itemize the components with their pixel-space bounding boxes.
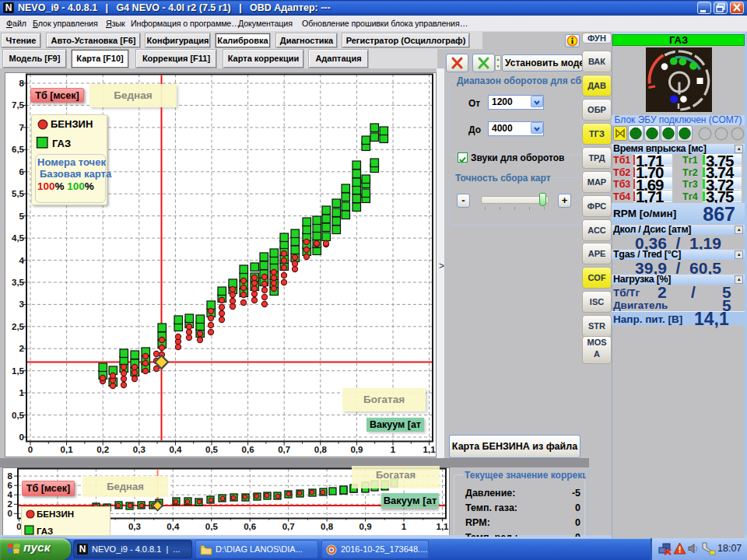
svg-text:2,5: 2,5 [12, 322, 25, 331]
svg-text:1: 1 [391, 445, 396, 454]
svg-text:4: 4 [19, 256, 25, 265]
svg-text:7: 7 [19, 123, 24, 132]
svg-text:6: 6 [19, 167, 24, 177]
svg-text:3,5: 3,5 [12, 278, 25, 287]
svg-text:2: 2 [8, 499, 12, 509]
svg-text:0,9: 0,9 [359, 522, 372, 531]
svg-text:6: 6 [8, 481, 12, 490]
svg-text:0,5: 0,5 [205, 445, 219, 454]
svg-text:0: 0 [28, 445, 33, 454]
svg-text:8: 8 [8, 471, 13, 481]
svg-text:0: 0 [8, 509, 12, 518]
svg-text:0,1: 0,1 [61, 445, 74, 454]
svg-text:0,6: 0,6 [242, 445, 254, 454]
svg-text:0,4: 0,4 [167, 522, 180, 531]
svg-text:5: 5 [19, 212, 25, 221]
svg-text:0,9: 0,9 [350, 445, 363, 454]
svg-text:0,5: 0,5 [205, 522, 219, 531]
svg-text:1,1: 1,1 [423, 445, 437, 454]
svg-text:8: 8 [19, 79, 25, 88]
svg-text:1: 1 [402, 522, 407, 531]
svg-text:1,1: 1,1 [437, 522, 450, 531]
svg-text:6,5: 6,5 [12, 145, 25, 154]
svg-text:3: 3 [19, 299, 24, 309]
svg-text:0,8: 0,8 [314, 445, 328, 454]
svg-text:0,6: 0,6 [244, 522, 256, 531]
svg-text:0: 0 [19, 432, 24, 442]
svg-text:1: 1 [19, 388, 25, 397]
svg-text:0,3: 0,3 [128, 522, 141, 531]
svg-text:1,5: 1,5 [12, 366, 25, 376]
svg-text:0,7: 0,7 [278, 445, 290, 454]
svg-text:0,3: 0,3 [133, 445, 146, 454]
svg-text:4,5: 4,5 [12, 233, 25, 243]
svg-text:0,5: 0,5 [12, 411, 25, 420]
svg-text:7,5: 7,5 [12, 100, 25, 110]
svg-text:2: 2 [19, 344, 24, 353]
svg-text:4: 4 [8, 490, 13, 499]
svg-text:0,7: 0,7 [282, 522, 295, 531]
svg-text:5,5: 5,5 [12, 189, 25, 198]
svg-text:0,2: 0,2 [96, 445, 109, 454]
svg-text:0,8: 0,8 [321, 522, 334, 531]
svg-text:0,4: 0,4 [169, 445, 182, 454]
